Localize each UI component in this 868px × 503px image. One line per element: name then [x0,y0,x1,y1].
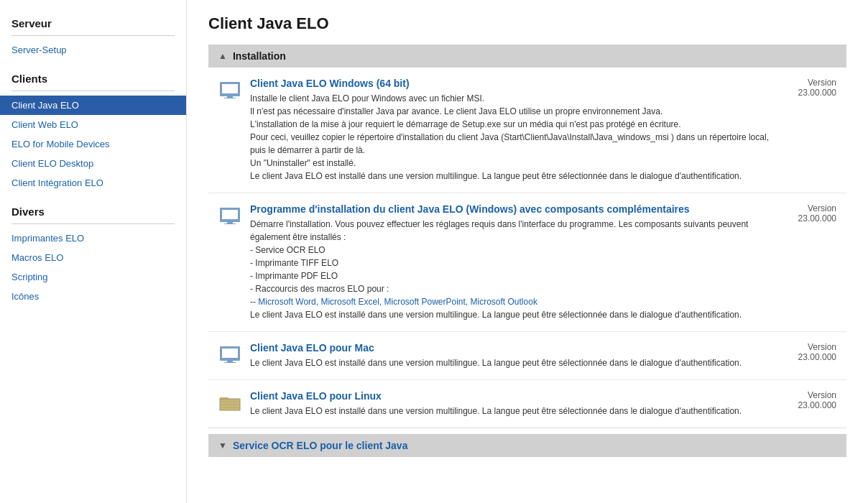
svg-rect-3 [224,98,236,98]
item-title-linux[interactable]: Client Java ELO pour Linux [250,390,770,402]
section-header-ocr-label: Service OCR ELO pour le client Java [233,440,408,451]
item-title-mac[interactable]: Client Java ELO pour Mac [250,342,770,354]
version-label-win64: Version [779,78,836,88]
sidebar-divider-serveur [11,35,175,36]
sidebar-section-clients: Clients Client Java ELO Client Web ELO E… [0,67,186,193]
svg-rect-11 [224,362,236,363]
windows-icon-mac [218,343,241,366]
item-version-mac: Version 23.00.000 [779,342,836,362]
section-header-ocr[interactable]: ▼ Service OCR ELO pour le client Java [208,434,846,457]
sidebar-item-imprimantes-elo[interactable]: Imprimantes ELO [0,229,186,248]
sidebar-section-title-serveur: Serveur [0,11,186,32]
svg-rect-10 [227,361,233,362]
sidebar-item-elo-mobile[interactable]: ELO for Mobile Devices [0,134,186,154]
sidebar-section-title-divers: Divers [0,200,186,221]
item-desc-win-composants: Démarre l'installation. Vous pouvez effe… [250,218,770,321]
sidebar-section-divers: Divers Imprimantes ELO Macros ELO Script… [0,200,186,306]
sidebar-item-server-setup[interactable]: Server-Setup [0,40,186,60]
version-label-mac: Version [779,342,836,352]
sidebar-item-client-java-elo[interactable]: Client Java ELO [0,96,186,115]
installation-content: Client Java ELO Windows (64 bit) Install… [208,68,846,428]
item-body-win64: Client Java ELO Windows (64 bit) Install… [250,78,770,183]
svg-rect-7 [224,223,236,224]
section-header-installation-label: Installation [233,50,286,62]
download-item-linux: Client Java ELO pour Linux Le client Jav… [208,380,846,428]
download-item-win-composants: Programme d'installation du client Java … [208,193,846,332]
sidebar-item-client-web-elo[interactable]: Client Web ELO [0,115,186,134]
sidebar-item-client-integration-elo[interactable]: Client Intégration ELO [0,173,186,193]
sidebar-divider-clients [11,91,175,91]
page-title: Client Java ELO [208,14,846,33]
chevron-down-icon: ▼ [218,440,227,451]
item-body-win-composants: Programme d'installation du client Java … [250,203,770,321]
svg-rect-9 [222,349,238,358]
svg-rect-2 [227,96,233,98]
highlight-office: Microsoft Word, Microsoft Excel, Microso… [258,297,537,307]
item-version-win-composants: Version 23.00.000 [779,203,836,223]
download-item-mac: Client Java ELO pour Mac Le client Java … [208,332,846,380]
version-number-win64: 23.00.000 [779,88,836,98]
item-title-win-composants[interactable]: Programme d'installation du client Java … [250,203,770,215]
item-version-win64: Version 23.00.000 [779,78,836,98]
item-version-linux: Version 23.00.000 [779,390,836,410]
svg-rect-1 [222,84,238,93]
item-body-linux: Client Java ELO pour Linux Le client Jav… [250,390,770,417]
sidebar-item-scripting[interactable]: Scripting [0,267,186,287]
sidebar-item-client-elo-desktop[interactable]: Client ELO Desktop [0,154,186,173]
svg-rect-5 [222,210,238,219]
version-number-linux: 23.00.000 [779,400,836,410]
item-desc-win64: Installe le client Java ELO pour Windows… [250,92,770,183]
sidebar: Serveur Server-Setup Clients Client Java… [0,0,187,503]
folder-icon-linux [218,392,241,414]
version-label-linux: Version [779,390,836,400]
chevron-up-icon: ▲ [218,51,227,61]
download-item-win64: Client Java ELO Windows (64 bit) Install… [208,68,846,193]
version-number-mac: 23.00.000 [779,352,836,362]
item-desc-mac: Le client Java ELO est installé dans une… [250,356,770,369]
windows-icon-win64 [218,79,241,101]
sidebar-section-title-clients: Clients [0,67,186,88]
sidebar-item-macros-elo[interactable]: Macros ELO [0,248,186,267]
item-body-mac: Client Java ELO pour Mac Le client Java … [250,342,770,369]
sidebar-section-serveur: Serveur Server-Setup [0,11,186,60]
version-number-win-composants: 23.00.000 [779,213,836,223]
main-content: Client Java ELO ▲ Installation Client Ja… [187,0,868,503]
sidebar-item-icones[interactable]: Icônes [0,287,186,306]
item-title-win64[interactable]: Client Java ELO Windows (64 bit) [250,78,770,89]
item-desc-linux: Le client Java ELO est installé dans une… [250,405,770,417]
sidebar-divider-divers [11,223,175,224]
svg-rect-6 [227,222,233,223]
section-header-installation[interactable]: ▲ Installation [208,45,846,68]
windows-icon-win-composants [218,205,241,227]
version-label-win-composants: Version [779,203,836,213]
